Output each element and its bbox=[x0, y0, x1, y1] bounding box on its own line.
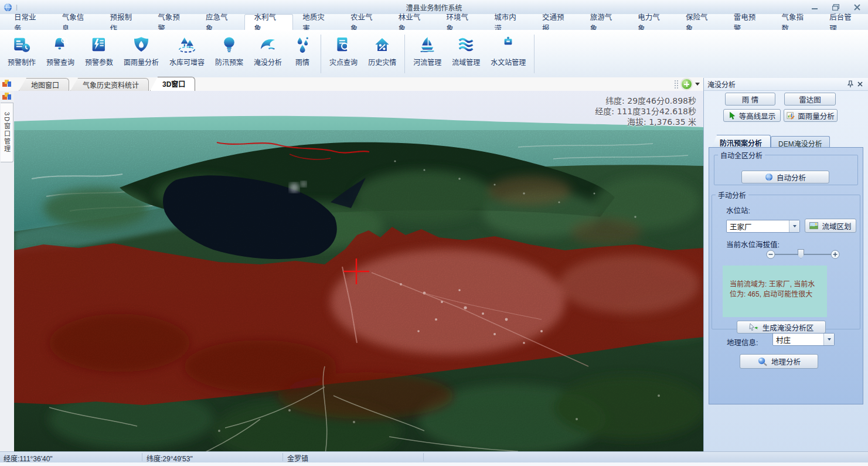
window-layout-icon bbox=[2, 79, 12, 88]
water-level-slider[interactable] bbox=[766, 249, 840, 260]
toolbar-item-warning-make[interactable]: 预警制作 bbox=[2, 33, 41, 69]
disaster-query-icon bbox=[333, 35, 353, 55]
hydro-station-icon bbox=[498, 35, 518, 55]
area-rain-analysis-button[interactable]: 面雨量分析 bbox=[784, 109, 838, 122]
toolbar-label: 面雨量分析 bbox=[124, 57, 159, 67]
menu-item-forest-weather[interactable]: 林业气象 bbox=[389, 14, 437, 30]
menu-item-admin[interactable]: 后台管理 bbox=[820, 14, 868, 30]
flood-analysis-panel: 淹没分析 雨 情 雷达图 等高线显示 bbox=[703, 78, 868, 457]
menu-item-weather-warning[interactable]: 气象预警 bbox=[148, 14, 196, 30]
toolbar-item-area-rain[interactable]: 面雨量分析 bbox=[118, 33, 164, 69]
river-mgmt-icon bbox=[417, 35, 437, 55]
station-select[interactable]: 王家厂 bbox=[726, 220, 800, 233]
generate-flood-zone-button[interactable]: 生成淹没分析区 bbox=[737, 321, 826, 334]
slider-minus-button[interactable] bbox=[766, 250, 775, 259]
manual-analysis-group: 手动分析 水位站: 王家厂 流域区划 当前水位海拔值: bbox=[712, 190, 860, 329]
pin-icon[interactable] bbox=[846, 80, 855, 89]
menu-item-lightning-warning[interactable]: 雷电预警 bbox=[724, 14, 772, 30]
toolbar-item-hydro-station[interactable]: 水文站管理 bbox=[485, 33, 531, 69]
cursor-arrow-icon bbox=[729, 111, 736, 120]
toolbar-label: 历史灾情 bbox=[368, 57, 396, 67]
auto-analyze-button[interactable]: 自动分析 bbox=[741, 171, 829, 183]
flood-plan-icon bbox=[219, 35, 239, 55]
menu-item-env-weather[interactable]: 环境气象 bbox=[437, 14, 485, 30]
basin-mgmt-icon bbox=[456, 35, 476, 55]
tab-list-dropdown-icon[interactable] bbox=[695, 83, 700, 86]
toolbar-separator bbox=[321, 35, 321, 73]
station-label: 水位站: bbox=[726, 205, 750, 216]
toolbar-item-warning-query[interactable]: 预警查询 bbox=[41, 33, 80, 69]
tab-3d-window[interactable]: 3D窗口 bbox=[150, 77, 195, 91]
reservoir-capacity-icon bbox=[177, 35, 197, 55]
menu-item-daily-business[interactable]: 日常业务 bbox=[5, 14, 53, 30]
overlay-longitude: 经度: 111度31分42.618秒 bbox=[595, 106, 696, 117]
status-town: 金罗镇 bbox=[287, 453, 308, 463]
map-3d-viewport[interactable]: 纬度: 29度46分0.898秒 经度: 111度31分42.618秒 海拔: … bbox=[14, 91, 703, 457]
menu-item-geo-disaster[interactable]: 地质灾害 bbox=[293, 14, 341, 30]
menu-item-urban-flood[interactable]: 城市内涝 bbox=[485, 14, 533, 30]
toolbar-item-warning-params[interactable]: 预警参数 bbox=[80, 33, 118, 69]
toolbar-separator bbox=[534, 35, 535, 73]
toolbar-item-rain-info[interactable]: 雨情 bbox=[287, 33, 318, 69]
menu-item-tourism-weather[interactable]: 旅游气象 bbox=[581, 14, 629, 30]
warning-query-icon bbox=[50, 35, 70, 55]
menu-item-traffic-forecast[interactable]: 交通预报 bbox=[533, 14, 581, 30]
chevron-down-icon[interactable] bbox=[823, 334, 834, 345]
menu-item-power-weather[interactable]: 电力气象 bbox=[628, 14, 676, 30]
basin-zoning-button[interactable]: 流域区划 bbox=[805, 219, 856, 233]
contour-display-button-label: 等高线显示 bbox=[739, 110, 776, 121]
terrain-3d-scene bbox=[14, 91, 703, 457]
menu-item-water-weather[interactable]: 水利气象 bbox=[244, 14, 294, 30]
tabstrip-grip bbox=[675, 80, 678, 89]
toolbar-item-reservoir-capacity[interactable]: 水库可增容 bbox=[164, 33, 210, 69]
rain-info-button-label: 雨 情 bbox=[742, 94, 758, 105]
contour-display-button[interactable]: 等高线显示 bbox=[723, 109, 781, 122]
basin-map-icon bbox=[809, 222, 818, 229]
toolbar-item-flood-plan[interactable]: 防汛预案 bbox=[210, 33, 249, 69]
menu-item-weather-info[interactable]: 气象信息 bbox=[53, 14, 101, 30]
tab-map-window[interactable]: 地图窗口 bbox=[19, 78, 69, 91]
panel-title: 淹没分析 bbox=[707, 79, 736, 89]
tab-weather-history-stats[interactable]: 气象历史资料统计 bbox=[70, 78, 149, 91]
status-bar: 经度:111°36'40" 纬度:29°49'53" 金罗镇 bbox=[0, 451, 868, 462]
menu-item-forecast-make[interactable]: 预报制作 bbox=[100, 14, 148, 30]
toolbar-separator bbox=[404, 35, 405, 73]
water-level-label: 当前水位海拔值: bbox=[726, 239, 780, 250]
menu-item-insurance-weather[interactable]: 保险气象 bbox=[676, 14, 724, 30]
toolbar-label: 河流管理 bbox=[413, 57, 441, 67]
geo-analyze-button[interactable]: 地理分析 bbox=[740, 354, 818, 369]
toolbar-label: 灾点查询 bbox=[329, 57, 358, 67]
disaster-history-icon bbox=[372, 35, 392, 55]
slider-thumb[interactable] bbox=[798, 249, 804, 258]
toolbar-item-disaster-query[interactable]: 灾点查询 bbox=[324, 33, 363, 69]
toolbar-item-disaster-history[interactable]: 历史灾情 bbox=[363, 33, 401, 69]
basin-zoning-button-label: 流域区划 bbox=[822, 220, 851, 232]
toolbar-label: 流域管理 bbox=[452, 57, 480, 67]
chevron-down-icon[interactable] bbox=[789, 220, 799, 232]
area-rain-icon bbox=[131, 35, 151, 55]
panel-close-icon[interactable] bbox=[855, 80, 864, 89]
menu-item-agri-weather[interactable]: 农业气象 bbox=[341, 14, 389, 30]
geo-info-label: 地理信息: bbox=[727, 336, 758, 348]
toolbar-label: 预警参数 bbox=[85, 57, 113, 67]
window-layout-icon bbox=[2, 92, 12, 101]
radar-image-button-label: 雷达图 bbox=[799, 94, 821, 105]
warning-make-icon bbox=[12, 35, 32, 55]
app-window: | 澧县业务制作系统 日常业务 气象信息 预报制作 气象预警 应急气象 水利气象… bbox=[0, 0, 868, 466]
tab-3d-window-manager[interactable]: 3D窗口管理 bbox=[1, 103, 13, 162]
toolbar-label: 预警制作 bbox=[8, 57, 36, 67]
add-tab-button[interactable] bbox=[681, 79, 692, 90]
toolbar-item-river-mgmt[interactable]: 河流管理 bbox=[408, 33, 447, 69]
toolbar-item-basin-mgmt[interactable]: 流域管理 bbox=[447, 33, 485, 69]
rain-info-button[interactable]: 雨 情 bbox=[725, 93, 775, 106]
toolbar-item-flood-analysis[interactable]: 淹没分析 bbox=[249, 33, 287, 69]
ribbon-toolbar: 预警制作 预警查询 预警参数 面雨量分析 水库可增容 防汛预案 淹没分析 雨情 bbox=[0, 30, 868, 81]
main-menu: 日常业务 气象信息 预报制作 气象预警 应急气象 水利气象 地质灾害 农业气象 … bbox=[0, 14, 868, 30]
geo-info-select[interactable]: 村庄 bbox=[772, 333, 835, 346]
menu-item-emergency[interactable]: 应急气象 bbox=[196, 14, 244, 30]
menu-item-weather-index[interactable]: 气象指数 bbox=[772, 14, 821, 30]
auto-analysis-group-title: 自动全区分析 bbox=[718, 150, 765, 160]
analysis-result-infobox: 当前流域为: 王家厂, 当前水位为: 465, 启动可能性很大 bbox=[723, 266, 827, 317]
slider-plus-button[interactable] bbox=[830, 250, 840, 259]
radar-image-button[interactable]: 雷达图 bbox=[784, 93, 836, 106]
